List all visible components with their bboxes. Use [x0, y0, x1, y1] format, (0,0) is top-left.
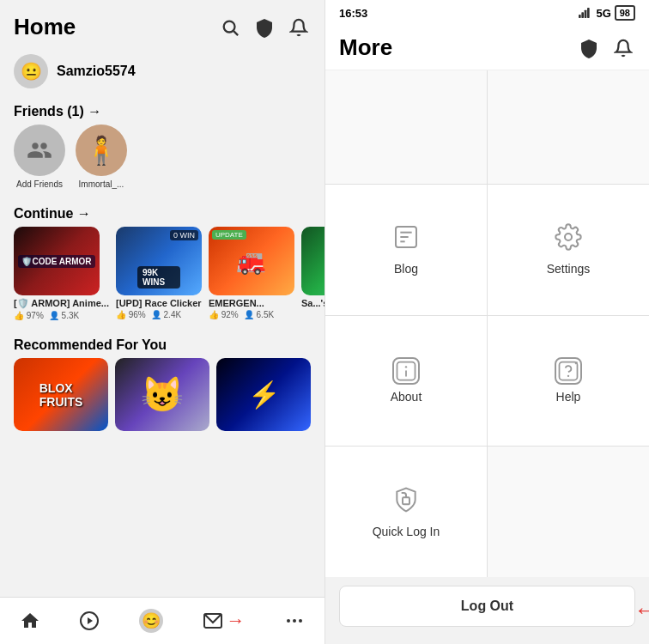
friends-section-title[interactable]: Friends (1) → — [0, 95, 324, 125]
left-panel: Home 😐 Samzio5574 — [0, 0, 324, 644]
recommended-section-title: Recommended For You — [0, 329, 324, 358]
add-friends-avatar — [14, 125, 65, 176]
svg-rect-8 — [579, 15, 581, 18]
game-thumb-4 — [301, 227, 324, 295]
grid-empty-2 — [488, 70, 649, 184]
right-panel: 16:53 5G 98 More — [324, 0, 649, 644]
status-bar: 16:53 5G 98 — [325, 0, 649, 26]
game-card-2[interactable]: 0 WIN 99K WINS [UPD] Race Clicker 👍 96%👤… — [116, 227, 202, 320]
battery-indicator: 98 — [615, 5, 635, 21]
add-friends-item[interactable]: Add Friends — [14, 125, 65, 189]
left-header: Home — [0, 0, 324, 47]
logout-arrow-indicator: ← — [634, 597, 649, 624]
status-right: 5G 98 — [579, 5, 635, 21]
nav-more[interactable] — [284, 611, 305, 631]
game-stats-2: 👍 96%👤 2.4K — [116, 310, 202, 319]
grid-settings[interactable]: Settings — [488, 185, 649, 315]
game-title-2: [UPD] Race Clicker — [116, 298, 202, 308]
game-title-3: EMERGEN... — [209, 298, 294, 308]
more-grid: Blog Settings About — [325, 70, 649, 577]
logout-area: Log Out ← — [325, 577, 649, 644]
svg-rect-20 — [560, 362, 578, 380]
friends-row: Add Friends 🧍 Immortal_... — [0, 125, 324, 197]
blog-icon — [392, 223, 420, 257]
help-icon — [555, 357, 582, 385]
notification-icon[interactable] — [287, 15, 311, 39]
blog-label: Blog — [394, 262, 418, 276]
nav-home[interactable] — [20, 611, 40, 631]
rec-game-1[interactable]: BLOXFRUITS — [14, 358, 108, 431]
nav-discover[interactable] — [79, 611, 100, 631]
grid-help[interactable]: Help — [488, 316, 649, 447]
settings-icon — [555, 223, 582, 257]
bottom-nav: 😊 → — [0, 597, 324, 644]
svg-rect-23 — [403, 497, 409, 504]
battery-level: 98 — [620, 8, 630, 18]
grid-blog[interactable]: Blog — [325, 185, 487, 315]
continue-section-title[interactable]: Continue → — [0, 197, 324, 227]
about-icon — [392, 357, 420, 385]
shield-icon[interactable] — [252, 15, 276, 39]
user-row[interactable]: 😐 Samzio5574 — [0, 47, 324, 95]
svg-line-1 — [234, 31, 238, 35]
game-title-1: [🛡️ ARMOR] Anime... — [14, 298, 109, 309]
nav-messages[interactable] — [203, 611, 223, 631]
right-header: More — [325, 26, 649, 70]
game-title-4: Sa...'s — [301, 298, 324, 308]
page-title: Home — [14, 14, 76, 40]
grid-empty-1 — [325, 70, 487, 184]
header-icons — [218, 15, 311, 39]
game-stats-1: 👍 97%👤 5.3K — [14, 311, 109, 320]
username: Samzio5574 — [57, 64, 136, 79]
help-label: Help — [556, 390, 581, 404]
status-time: 16:53 — [339, 7, 367, 20]
avatar: 😐 — [14, 54, 48, 88]
right-header-icons — [577, 36, 635, 60]
svg-rect-11 — [587, 8, 590, 18]
svg-rect-10 — [585, 10, 587, 18]
more-title: More — [339, 34, 392, 61]
signal-icon — [579, 8, 592, 18]
game-thumb-3: UPDATE 🚒 — [209, 227, 294, 295]
grid-empty-3 — [488, 447, 649, 577]
continue-games-row: 🛡️CODE ARMOR [🛡️ ARMOR] Anime... 👍 97%👤 … — [0, 227, 324, 320]
immortal-label: Immortal_... — [79, 179, 124, 189]
game-thumb-1: 🛡️CODE ARMOR — [14, 227, 100, 295]
recommended-games-row: BLOXFRUITS 😺 ⚡ — [0, 358, 324, 431]
nav-arrow-indicator: → — [227, 610, 246, 632]
add-friends-label: Add Friends — [16, 179, 63, 189]
game-stats-3: 👍 92%👤 6.5K — [209, 310, 294, 319]
update-badge: UPDATE — [212, 230, 246, 240]
nav-messages-area: → — [203, 610, 246, 632]
grid-quicklogin[interactable]: Quick Log In — [325, 447, 487, 577]
svg-point-0 — [224, 21, 235, 32]
wins-badge: 99K WINS — [137, 266, 180, 289]
notification-icon-right[interactable] — [611, 36, 635, 60]
rec-game-3[interactable]: ⚡ — [216, 358, 311, 431]
search-icon[interactable] — [218, 15, 242, 39]
grid-about[interactable]: About — [325, 316, 487, 447]
about-label: About — [391, 390, 422, 404]
game-card-1[interactable]: 🛡️CODE ARMOR [🛡️ ARMOR] Anime... 👍 97%👤 … — [14, 227, 109, 320]
svg-point-5 — [287, 619, 290, 623]
svg-point-7 — [299, 619, 302, 623]
svg-point-6 — [293, 619, 296, 623]
quicklogin-label: Quick Log In — [373, 525, 440, 538]
logout-button[interactable]: Log Out — [339, 586, 635, 627]
svg-marker-3 — [88, 617, 93, 624]
game-card-3[interactable]: UPDATE 🚒 EMERGEN... 👍 92%👤 6.5K — [209, 227, 294, 320]
rec-game-2[interactable]: 😺 — [115, 358, 209, 431]
robux-icon[interactable] — [577, 36, 601, 60]
game-card-4[interactable]: Sa...'s — [301, 227, 324, 320]
game-badge-2: 0 WIN — [170, 230, 198, 240]
quicklogin-icon — [392, 486, 420, 519]
settings-label: Settings — [547, 262, 591, 276]
svg-rect-9 — [582, 12, 585, 18]
network-label: 5G — [596, 7, 610, 20]
immortal-avatar: 🧍 — [76, 125, 127, 176]
nav-avatar[interactable]: 😊 — [139, 609, 163, 633]
svg-point-16 — [565, 234, 572, 240]
game-thumb-2: 0 WIN 99K WINS — [116, 227, 202, 295]
immortal-friend-item[interactable]: 🧍 Immortal_... — [76, 125, 127, 189]
